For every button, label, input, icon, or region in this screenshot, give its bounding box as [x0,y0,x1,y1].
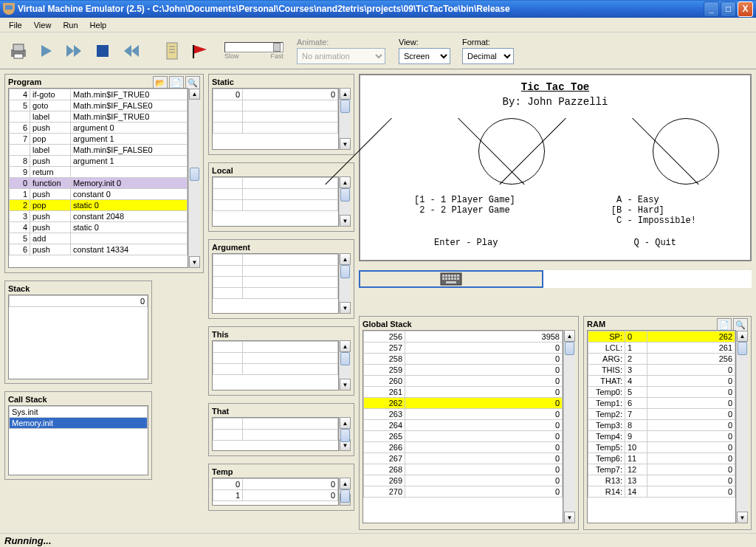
fast-forward-icon[interactable] [63,40,86,62]
scroll-down-icon[interactable]: ▼ [737,512,748,523]
globalstack-row[interactable]: 2640 [364,420,563,431]
script-icon[interactable] [161,40,183,62]
rewind-icon[interactable] [120,40,142,62]
table-row[interactable] [213,123,338,134]
scroll-down-icon[interactable]: ▼ [340,138,351,150]
table-row[interactable] [213,266,338,277]
globalstack-row[interactable]: 2563958 [364,331,563,343]
ram-row[interactable]: SP:0262 [588,331,735,343]
program-row[interactable]: 6pushargument 0 [10,123,188,134]
program-row[interactable]: 7popargument 1 [10,134,188,145]
table-row[interactable]: 00 [213,89,338,100]
table-row[interactable] [213,288,338,299]
program-row[interactable]: 5gotoMath.min$IF_FALSE0 [10,100,188,111]
table-row[interactable] [213,178,338,189]
local-scrollbar[interactable]: ▲ ▼ [339,176,351,227]
stop-icon[interactable] [92,40,114,62]
ram-row[interactable]: LCL:1261 [588,343,735,354]
callstack-row-0[interactable]: Sys.init [10,407,148,418]
animate-select[interactable]: No animation [297,48,385,64]
globalstack-row[interactable]: 2590 [364,365,563,376]
static-scrollbar[interactable]: ▲ ▼ [339,88,351,150]
callstack-row-1[interactable]: Memory.init [10,418,148,429]
temp-scrollbar[interactable]: ▲ ▼ [339,478,351,506]
ram-row[interactable]: Temp0:50 [588,387,735,398]
ram-row[interactable]: Temp7:120 [588,464,735,475]
menu-view[interactable]: View [28,19,58,31]
argument-scrollbar[interactable]: ▲ ▼ [339,253,351,314]
close-button[interactable]: X [738,1,753,17]
table-row[interactable] [213,189,338,200]
ram-table[interactable]: SP:0262LCL:1261ARG:2256THIS:30THAT:40Tem… [588,331,735,498]
globalstack-row[interactable]: 2610 [364,387,563,398]
ram-row[interactable]: Temp3:80 [588,420,735,431]
table-row[interactable] [213,255,338,266]
this-scrollbar[interactable]: ▲ ▼ [339,340,351,391]
table-row[interactable] [213,277,338,288]
ram-row[interactable]: Temp4:90 [588,431,735,442]
that-scrollbar[interactable]: ▲ ▼ [339,417,351,451]
scroll-down-icon[interactable]: ▼ [564,512,575,523]
globalstack-row[interactable]: 2670 [364,453,563,464]
globalstack-row[interactable]: 2580 [364,354,563,365]
program-row[interactable]: 5add [10,233,188,244]
program-row[interactable]: 4if-gotoMath.min$IF_TRUE0 [10,89,188,100]
table-row[interactable] [213,200,338,211]
scroll-up-icon[interactable]: ▲ [189,88,200,100]
scroll-down-icon[interactable]: ▼ [340,379,351,391]
scroll-up-icon[interactable]: ▲ [340,340,351,352]
keyboard-input[interactable] [359,270,543,288]
flag-icon[interactable] [189,40,211,62]
program-row[interactable]: 2popstatic 0 [10,200,188,211]
program-row[interactable]: 6pushconstant 14334 [10,244,188,255]
globalstack-row[interactable]: 2700 [364,486,563,498]
table-row[interactable]: 10 [213,490,338,501]
table-row[interactable] [213,353,338,364]
program-row[interactable]: 0functionMemory.init 0 [10,178,188,189]
ram-scrollbar[interactable]: ▲ ▼ [736,330,748,523]
globalstack-row[interactable]: 2660 [364,442,563,453]
globalstack-row[interactable]: 2680 [364,464,563,475]
scroll-up-icon[interactable]: ▲ [737,330,748,342]
scroll-up-icon[interactable]: ▲ [340,176,351,188]
scroll-up-icon[interactable]: ▲ [340,478,351,489]
globalstack-scrollbar[interactable]: ▲ ▼ [563,330,575,523]
ram-row[interactable]: Temp5:100 [588,442,735,453]
program-table[interactable]: 4if-gotoMath.min$IF_TRUE05gotoMath.min$I… [9,89,188,255]
maximize-button[interactable]: □ [721,1,736,17]
table-row[interactable] [213,430,338,441]
view-select[interactable]: Screen [399,48,450,64]
ram-row[interactable]: Temp1:60 [588,398,735,409]
globalstack-table[interactable]: 2563958257025802590260026102620263026402… [363,331,563,498]
table-row[interactable] [213,364,338,375]
program-row[interactable]: 8pushargument 1 [10,156,188,167]
menu-file[interactable]: File [3,19,28,31]
ram-row[interactable]: ARG:2256 [588,354,735,365]
menu-help[interactable]: Help [84,19,113,31]
menu-run[interactable]: Run [57,19,83,31]
scroll-down-icon[interactable]: ▼ [189,256,200,268]
globalstack-row[interactable]: 2630 [364,409,563,420]
print-icon[interactable] [7,40,30,62]
scroll-down-icon[interactable]: ▼ [340,215,351,227]
table-row[interactable] [213,100,338,111]
scroll-down-icon[interactable]: ▼ [340,302,351,314]
globalstack-row[interactable]: 2600 [364,376,563,387]
table-row[interactable] [213,111,338,123]
minimize-button[interactable]: _ [704,1,719,17]
ram-row[interactable]: R13:130 [588,475,735,486]
table-row[interactable] [213,419,338,430]
ram-row[interactable]: THIS:30 [588,365,735,376]
table-row[interactable] [213,342,338,353]
program-row[interactable]: 3pushconstant 2048 [10,211,188,222]
globalstack-row[interactable]: 2570 [364,343,563,354]
scroll-up-icon[interactable]: ▲ [340,417,351,429]
ram-row[interactable]: Temp6:110 [588,453,735,464]
program-row[interactable]: 9return [10,167,188,178]
ram-row[interactable]: Temp2:70 [588,409,735,420]
globalstack-row[interactable]: 2690 [364,475,563,486]
globalstack-row[interactable]: 2650 [364,431,563,442]
program-row[interactable]: labelMath.min$IF_FALSE0 [10,145,188,156]
scroll-up-icon[interactable]: ▲ [340,253,351,265]
program-row[interactable]: 4pushstatic 0 [10,222,188,233]
